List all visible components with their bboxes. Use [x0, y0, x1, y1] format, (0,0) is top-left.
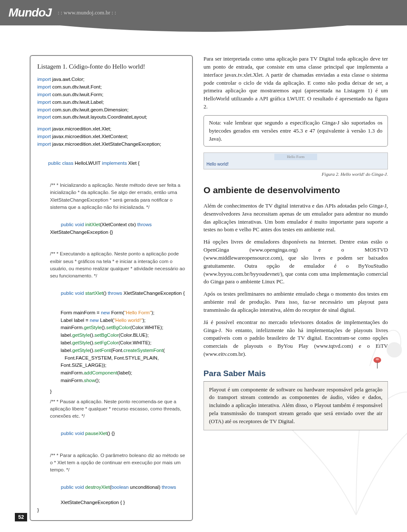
imports-group-2: import javax.microedition.xlet.Xlet;impo…	[37, 125, 185, 148]
close-brace: }	[37, 388, 185, 396]
paragraph-4: Após os testes preliminares no ambiente …	[204, 290, 388, 314]
javadoc-destroy: /** * Parar a aplicação. O parâmetro bol…	[37, 452, 185, 474]
svg-point-4	[376, 358, 379, 360]
method-pausexlet: public void pauseXlet() {}	[37, 422, 185, 445]
pushpin-icon	[372, 357, 383, 369]
callout-title: Para Saber Mais	[204, 366, 388, 382]
left-column: Listagem 1. Código-fonte do Hello world!…	[30, 55, 193, 521]
javadoc-init: /** * Inicializando a aplicação. Neste m…	[37, 182, 185, 211]
right-column: Para ser interpretada como uma aplicação…	[204, 55, 388, 521]
logo: MundoJ	[8, 6, 51, 19]
method-initxlet: public void initXlet(XletContext ctx) th…	[37, 213, 185, 244]
figure-window-title: Hello Form	[274, 154, 318, 160]
callout-box: Para Saber Mais Playout é um componente …	[204, 366, 388, 430]
section-heading-ambiente: O ambiente de desenvolvimento	[204, 184, 388, 197]
figure-caption: Figura 2. Hello world! do Ginga-J.	[204, 171, 388, 178]
method-startxlet-body: Form mainForm = new Form("Hello Form");L…	[37, 309, 185, 385]
figure-hello-text: Hello world!	[206, 161, 229, 168]
breadcrumb: : : www.mundoj.com.br : :	[58, 9, 116, 16]
paragraph-5: Já é possível encontrar no mercado telev…	[204, 319, 388, 358]
method-destroyxlet: public void destroyXlet(boolean uncondit…	[37, 477, 185, 499]
final-brace: }	[37, 507, 185, 514]
paragraph-2: Além de conhecimentos de TV digital inte…	[204, 202, 388, 234]
method-destroyxlet-exc: XletStateChangeException { }	[37, 499, 185, 507]
intro-paragraph: Para ser interpretada como uma aplicação…	[204, 55, 388, 111]
javadoc-pause: /** * Pausar a aplicação. Neste ponto re…	[37, 398, 185, 420]
javadoc-start: /** * Executando a aplicação. Neste pont…	[37, 250, 185, 280]
paragraph-3: Há opções livres de emuladores disponíve…	[204, 238, 388, 286]
code-listing-box: Listagem 1. Código-fonte do Hello world!…	[30, 55, 193, 521]
class-declaration: public class HelloLWUIT implements Xlet …	[37, 152, 185, 175]
callout-body: Playout é um componente de software ou h…	[204, 382, 388, 430]
imports-group-1: import java.awt.Color;import com.sun.dtv…	[37, 76, 185, 121]
note-box: Nota: vale lembrar que segundo a especif…	[204, 115, 388, 147]
page-number: 52	[15, 513, 27, 521]
listing-title: Listagem 1. Código-fonte do Hello world!	[37, 62, 185, 72]
figure-2-image: Hello Form Hello world!	[204, 152, 388, 169]
method-startxlet-sig: public void startXlet() throws XletState…	[37, 282, 185, 305]
